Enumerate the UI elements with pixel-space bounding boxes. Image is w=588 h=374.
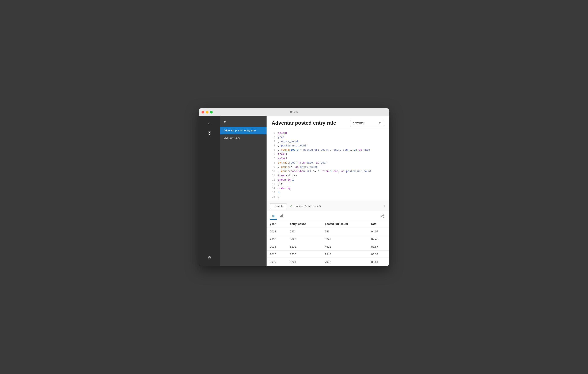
line-content: , posted_url_count xyxy=(278,144,306,148)
table-cell-4-1: 9261 xyxy=(287,258,321,266)
share-button[interactable] xyxy=(379,214,386,219)
code-line-5: 5 , round(100.0 * posted_url_count / ent… xyxy=(267,148,389,152)
line-content: from entries xyxy=(278,173,297,178)
settings-icon[interactable]: ⚙ xyxy=(205,253,214,262)
table-cell-2-2: 4622 xyxy=(321,243,368,250)
line-content: from ( xyxy=(278,152,287,156)
table-row: 201279374694.07 xyxy=(267,228,389,235)
tab-table[interactable]: ⊞ xyxy=(270,213,277,220)
line-number: 9 xyxy=(269,165,275,169)
datasource-dropdown[interactable]: adventar ▼ xyxy=(350,120,384,126)
line-content: , round(100.0 * posted_url_count / entry… xyxy=(278,148,370,152)
line-content: 1 xyxy=(278,191,280,195)
table-cell-4-3: 85.54 xyxy=(368,258,389,266)
add-query-button[interactable]: + xyxy=(220,118,267,127)
table-row: 20145201462288.87 xyxy=(267,243,389,250)
line-number: 10 xyxy=(269,170,275,173)
svg-point-4 xyxy=(381,216,382,217)
table-cell-0-2: 746 xyxy=(321,228,368,235)
line-content: year xyxy=(278,135,284,139)
code-line-15: 15 1 xyxy=(267,191,389,195)
line-content: group by 1 xyxy=(278,178,294,182)
col-header-entry_count: entry_count xyxy=(287,220,321,228)
titlebar: Bdash xyxy=(199,108,389,116)
line-number: 2 xyxy=(269,135,275,139)
runtime-info: ✓ runtime: 27ms rows: 5 xyxy=(290,204,321,208)
code-line-6: 6from ( xyxy=(267,152,389,156)
table-cell-3-2: 7346 xyxy=(321,250,368,258)
close-button[interactable] xyxy=(201,111,204,113)
minimize-button[interactable] xyxy=(206,111,209,113)
code-line-4: 4 , posted_url_count xyxy=(267,144,389,148)
main-content: Adventar posted entry rate adventar ▼ 1s… xyxy=(267,116,389,266)
code-line-7: 7 select xyxy=(267,157,389,161)
resize-handle[interactable]: ⇕ xyxy=(383,204,386,208)
table-cell-0-0: 2012 xyxy=(267,228,287,235)
line-content: select xyxy=(278,157,287,161)
code-line-3: 3 , entry_count xyxy=(267,139,389,144)
svg-rect-2 xyxy=(282,214,283,217)
maximize-button[interactable] xyxy=(210,111,213,113)
code-line-2: 2 year xyxy=(267,135,389,139)
database-icon[interactable]: 🗄 xyxy=(205,129,214,139)
app-body: >_ 🗄 ⚙ + Adventar posted entry rate MyFi… xyxy=(199,116,389,266)
tab-chart[interactable] xyxy=(278,213,285,220)
table-cell-3-1: 8505 xyxy=(287,250,321,258)
table-cell-4-2: 7922 xyxy=(321,258,368,266)
query-item-myfirstquery[interactable]: MyFirstQuery xyxy=(220,134,267,142)
svg-line-6 xyxy=(382,215,383,216)
table-cell-0-1: 793 xyxy=(287,228,321,235)
table-cell-3-3: 86.37 xyxy=(368,250,389,258)
line-number: 16 xyxy=(269,195,275,199)
line-content: , entry_count xyxy=(278,139,299,144)
svg-point-5 xyxy=(383,217,384,218)
execute-bar: Execute ✓ runtime: 27ms rows: 5 ⇕ xyxy=(267,201,389,211)
line-content: select xyxy=(278,131,287,135)
table-cell-2-3: 88.87 xyxy=(368,243,389,250)
line-number: 1 xyxy=(269,131,275,135)
table-cell-3-0: 2015 xyxy=(267,250,287,258)
view-tabs: ⊞ xyxy=(267,211,389,220)
line-number: 15 xyxy=(269,191,275,195)
query-item-adventar[interactable]: Adventar posted entry rate xyxy=(220,127,267,134)
line-number: 8 xyxy=(269,161,275,165)
page-title: Adventar posted entry rate xyxy=(272,120,336,126)
table-row: 20133827334687.43 xyxy=(267,235,389,243)
success-icon: ✓ xyxy=(290,204,293,208)
col-header-year: year xyxy=(267,220,287,228)
runtime-text: runtime: 27ms rows: 5 xyxy=(294,204,321,208)
svg-point-3 xyxy=(383,215,384,215)
col-header-rate: rate xyxy=(368,220,389,228)
line-number: 14 xyxy=(269,187,275,191)
line-number: 6 xyxy=(269,152,275,156)
line-number: 4 xyxy=(269,144,275,148)
table-cell-1-1: 3827 xyxy=(287,235,321,243)
line-number: 7 xyxy=(269,157,275,161)
app-window: Bdash >_ 🗄 ⚙ + Adventar posted entry rat… xyxy=(199,108,389,266)
line-content: , count(*) as entry_count xyxy=(278,165,318,169)
svg-rect-1 xyxy=(281,215,282,217)
code-line-1: 1select xyxy=(267,131,389,135)
table-row: 20158505734686.37 xyxy=(267,250,389,258)
line-content: , count(case when url != '' then 1 end) … xyxy=(278,169,371,173)
line-number: 11 xyxy=(269,174,275,178)
svg-rect-0 xyxy=(280,216,281,217)
table-cell-2-0: 2014 xyxy=(267,243,287,250)
table-cell-1-0: 2013 xyxy=(267,235,287,243)
query-list-panel: + Adventar posted entry rate MyFirstQuer… xyxy=(220,116,267,266)
code-line-8: 8 extract(year from date) as year xyxy=(267,161,389,165)
code-line-12: 12 group by 1 xyxy=(267,178,389,182)
line-content: extract(year from date) as year xyxy=(278,161,327,165)
code-line-14: 14order by xyxy=(267,186,389,191)
table-cell-1-2: 3346 xyxy=(321,235,368,243)
results-table: yearentry_countposted_url_countrate 2012… xyxy=(267,220,389,266)
results-area: ⊞ xyxy=(267,211,389,266)
line-content: ; xyxy=(278,195,280,199)
datasource-label: adventar xyxy=(353,121,364,125)
table-cell-1-3: 87.43 xyxy=(368,235,389,243)
table-cell-4-0: 2016 xyxy=(267,258,287,266)
table-cell-2-1: 5201 xyxy=(287,243,321,250)
code-editor[interactable]: 1select2 year3 , entry_count4 , posted_u… xyxy=(267,129,389,201)
terminal-icon[interactable]: >_ xyxy=(205,118,214,128)
execute-button[interactable]: Execute xyxy=(270,203,287,209)
